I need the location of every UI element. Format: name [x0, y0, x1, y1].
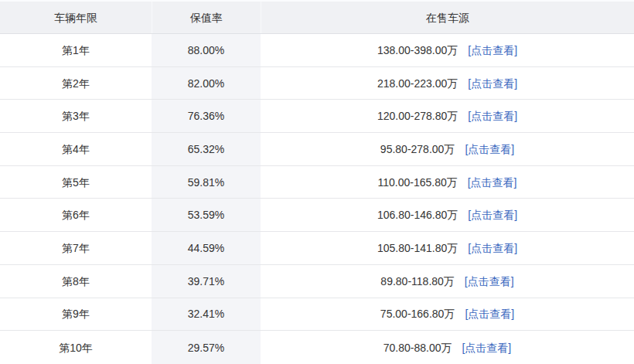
view-listings-link[interactable]: [点击查看] [468, 243, 517, 253]
vehicle-age-label: 第8年 [62, 276, 90, 287]
retention-rate-value: 82.00% [188, 78, 224, 89]
retention-rate-value: 39.71% [188, 276, 224, 287]
table-row: 第7年 44.59% 105.80-141.80万 [点击查看] [0, 232, 634, 265]
view-listings-link[interactable]: [点击查看] [465, 144, 514, 155]
retention-rate-cell: 82.00% [152, 67, 261, 100]
view-listings-link[interactable]: [点击查看] [465, 276, 514, 287]
vehicle-age-label: 第10年 [59, 342, 93, 353]
retention-rate-value: 29.57% [188, 342, 224, 353]
table-row: 第1年 88.00% 138.00-398.00万 [点击查看] [0, 34, 634, 67]
listings-cell: 120.00-278.80万 [点击查看] [261, 100, 634, 132]
vehicle-age-label: 第1年 [62, 45, 90, 56]
header-vehicle-age: 车辆年限 [0, 2, 152, 33]
retention-rate-cell: 29.57% [152, 331, 261, 364]
vehicle-age-cell: 第3年 [0, 100, 152, 132]
retention-rate-value: 65.32% [188, 144, 224, 155]
retention-rate-value: 59.81% [188, 177, 224, 188]
vehicle-age-label: 第7年 [62, 243, 90, 253]
price-range: 89.80-118.80万 [380, 276, 454, 287]
listings-cell: 106.80-146.80万 [点击查看] [261, 199, 634, 231]
vehicle-age-cell: 第8年 [0, 265, 152, 298]
view-listings-link[interactable]: [点击查看] [468, 45, 517, 56]
vehicle-age-cell: 第1年 [0, 34, 152, 66]
retention-rate-cell: 53.59% [152, 199, 261, 231]
table-row: 第10年 29.57% 70.80-88.00万 [点击查看] [0, 331, 634, 364]
view-listings-link[interactable]: [点击查看] [468, 177, 517, 188]
price-range: 120.00-278.80万 [377, 111, 458, 121]
retention-rate-cell: 44.59% [152, 232, 261, 264]
table-row: 第8年 39.71% 89.80-118.80万 [点击查看] [0, 265, 634, 298]
retention-rate-value: 53.59% [188, 209, 224, 220]
table-row: 第2年 82.00% 218.00-223.00万 [点击查看] [0, 67, 634, 100]
retention-rate-value: 32.41% [188, 308, 224, 319]
table-header-row: 车辆年限 保值率 在售车源 [0, 0, 634, 34]
view-listings-link[interactable]: [点击查看] [465, 308, 514, 319]
retention-rate-cell: 59.81% [152, 166, 261, 199]
price-range: 138.00-398.00万 [377, 45, 458, 56]
vehicle-age-label: 第3年 [62, 111, 90, 121]
retention-rate-cell: 39.71% [152, 265, 261, 298]
table-row: 第3年 76.36% 120.00-278.80万 [点击查看] [0, 100, 634, 133]
vehicle-age-label: 第5年 [62, 177, 90, 188]
table-row: 第9年 32.41% 75.00-166.80万 [点击查看] [0, 298, 634, 332]
price-range: 95.80-278.00万 [380, 144, 455, 155]
vehicle-age-label: 第2年 [62, 78, 90, 89]
listings-cell: 138.00-398.00万 [点击查看] [261, 34, 634, 66]
vehicle-age-cell: 第7年 [0, 232, 152, 264]
price-range: 105.80-141.80万 [377, 243, 458, 253]
table-body: 第1年 88.00% 138.00-398.00万 [点击查看] 第2年 82.… [0, 34, 634, 364]
view-listings-link[interactable]: [点击查看] [468, 111, 517, 121]
vehicle-age-label: 第6年 [62, 209, 90, 220]
listings-cell: 110.00-165.80万 [点击查看] [261, 166, 634, 199]
retention-rate-cell: 76.36% [152, 100, 261, 132]
view-listings-link[interactable]: [点击查看] [462, 342, 511, 353]
price-range: 110.00-165.80万 [377, 177, 457, 188]
view-listings-link[interactable]: [点击查看] [468, 209, 517, 220]
price-range: 106.80-146.80万 [377, 209, 458, 220]
vehicle-age-cell: 第5年 [0, 166, 152, 199]
retention-rate-cell: 32.41% [152, 298, 261, 331]
vehicle-age-cell: 第4年 [0, 133, 152, 165]
table-row: 第6年 53.59% 106.80-146.80万 [点击查看] [0, 199, 634, 232]
vehicle-age-label: 第9年 [62, 308, 90, 319]
vehicle-age-cell: 第2年 [0, 67, 152, 100]
resale-value-table: 车辆年限 保值率 在售车源 第1年 88.00% 138.00-398.00万 … [0, 0, 634, 364]
header-retention-rate: 保值率 [152, 2, 261, 33]
price-range: 70.80-88.00万 [383, 342, 452, 353]
listings-cell: 218.00-223.00万 [点击查看] [261, 67, 634, 100]
listings-cell: 105.80-141.80万 [点击查看] [261, 232, 634, 264]
vehicle-age-cell: 第10年 [0, 331, 152, 364]
listings-cell: 89.80-118.80万 [点击查看] [261, 265, 634, 298]
table-row: 第4年 65.32% 95.80-278.00万 [点击查看] [0, 133, 634, 166]
vehicle-age-cell: 第9年 [0, 298, 152, 331]
header-listings: 在售车源 [261, 2, 634, 33]
vehicle-age-label: 第4年 [62, 144, 90, 155]
retention-rate-value: 88.00% [188, 45, 224, 56]
retention-rate-value: 44.59% [188, 243, 224, 253]
table-row: 第5年 59.81% 110.00-165.80万 [点击查看] [0, 166, 634, 199]
view-listings-link[interactable]: [点击查看] [468, 78, 517, 89]
listings-cell: 70.80-88.00万 [点击查看] [261, 331, 634, 364]
price-range: 218.00-223.00万 [377, 78, 458, 89]
retention-rate-cell: 88.00% [152, 34, 261, 66]
listings-cell: 95.80-278.00万 [点击查看] [261, 133, 634, 165]
vehicle-age-cell: 第6年 [0, 199, 152, 231]
listings-cell: 75.00-166.80万 [点击查看] [261, 298, 634, 331]
retention-rate-cell: 65.32% [152, 133, 261, 165]
price-range: 75.00-166.80万 [380, 308, 455, 319]
retention-rate-value: 76.36% [188, 111, 224, 121]
